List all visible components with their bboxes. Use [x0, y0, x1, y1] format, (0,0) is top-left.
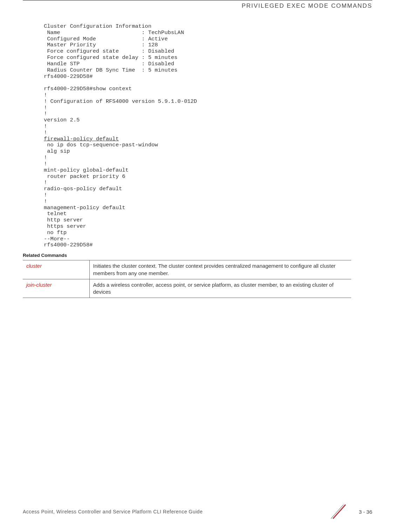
table-row: join-cluster Adds a wireless controller,…	[23, 279, 351, 298]
related-commands-table: cluster Initiates the cluster context. T…	[23, 260, 351, 298]
page-footer: Access Point, Wireless Controller and Se…	[23, 502, 372, 521]
svg-line-0	[333, 505, 346, 519]
terminal-block-2: rfs4000-229D58#show context ! ! Configur…	[44, 86, 197, 136]
terminal-output: Cluster Configuration Information Name :…	[44, 24, 372, 248]
page-number: 3 - 36	[359, 509, 372, 515]
related-commands-heading: Related Commands	[23, 253, 372, 258]
footer-guide-title: Access Point, Wireless Controller and Se…	[23, 509, 203, 514]
section-title: PRIVILEGED EXEC MODE COMMANDS	[241, 2, 372, 9]
related-cmd-link[interactable]: join-cluster	[23, 279, 89, 298]
terminal-block-3: no ip dos tcp-sequence-past-window alg s…	[44, 142, 158, 248]
table-row: cluster Initiates the cluster context. T…	[23, 260, 351, 279]
firewall-policy-link[interactable]: firewall-policy default	[44, 136, 119, 142]
related-cmd-link[interactable]: cluster	[23, 260, 89, 279]
section-header: PRIVILEGED EXEC MODE COMMANDS	[23, 0, 372, 9]
related-cmd-desc: Adds a wireless controller, access point…	[89, 279, 351, 298]
svg-line-1	[331, 505, 343, 519]
terminal-block-1: Cluster Configuration Information Name :…	[44, 23, 184, 80]
related-cmd-desc: Initiates the cluster context. The clust…	[89, 260, 351, 279]
brand-slash-icon	[329, 502, 349, 521]
